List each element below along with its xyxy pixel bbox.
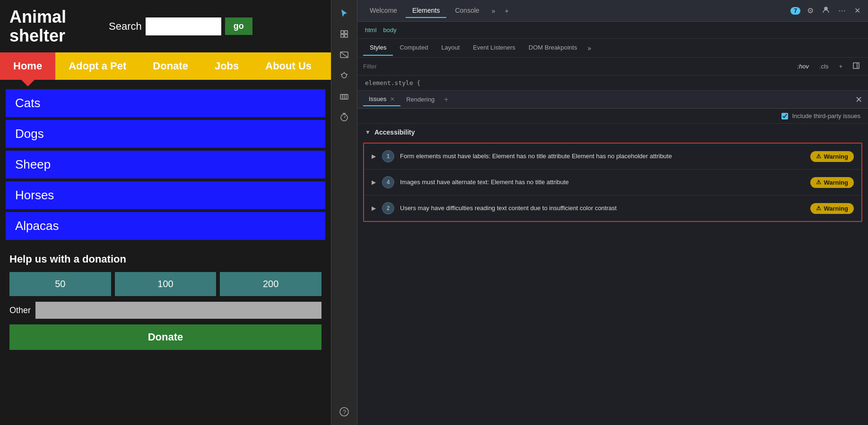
svg-point-6 bbox=[342, 73, 347, 78]
header: Animal shelter Search go bbox=[0, 0, 331, 52]
warning-icon-2: ⚠ bbox=[816, 179, 821, 186]
svg-rect-2 bbox=[341, 34, 344, 37]
dock-button[interactable] bbox=[820, 4, 832, 17]
svg-rect-1 bbox=[345, 31, 347, 34]
issue-2-count: 4 bbox=[382, 176, 394, 188]
third-party-checkbox[interactable] bbox=[781, 113, 788, 119]
warning-icon-3: ⚠ bbox=[816, 205, 821, 212]
nav-item-about[interactable]: About Us bbox=[252, 52, 325, 80]
timer-icon[interactable] bbox=[335, 108, 354, 127]
other-row: Other bbox=[9, 302, 321, 319]
bug-icon[interactable] bbox=[335, 66, 354, 85]
tab-console[interactable]: Console bbox=[448, 4, 486, 18]
rendering-tab[interactable]: Rendering bbox=[400, 93, 440, 106]
animal-list: Cats Dogs Sheep Horses Alpacas bbox=[0, 80, 331, 246]
styles-tabs-row: Styles Computed Layout Event Listeners D… bbox=[357, 39, 868, 58]
svg-text:?: ? bbox=[343, 408, 346, 416]
amount-200-button[interactable]: 200 bbox=[220, 272, 321, 296]
issues-tab[interactable]: Issues ✕ bbox=[363, 93, 400, 106]
amount-50-button[interactable]: 50 bbox=[9, 272, 111, 296]
donation-amounts: 50 100 200 bbox=[9, 272, 321, 296]
donate-button[interactable]: Donate bbox=[9, 324, 321, 350]
tab-layout[interactable]: Layout bbox=[434, 40, 466, 56]
cls-button[interactable]: .cls bbox=[816, 62, 832, 71]
issue-1-text: Form elements must have labels: Element … bbox=[400, 152, 805, 161]
issue-3-text: Users may have difficulties reading text… bbox=[400, 204, 805, 212]
html-body-row: html body bbox=[357, 22, 868, 39]
palette-icon[interactable] bbox=[335, 87, 354, 106]
nav-item-donate[interactable]: Donate bbox=[139, 52, 201, 80]
issues-tab-close[interactable]: ✕ bbox=[390, 96, 395, 102]
other-label: Other bbox=[9, 306, 31, 315]
search-input[interactable] bbox=[146, 17, 221, 35]
animal-item-sheep[interactable]: Sheep bbox=[6, 151, 325, 178]
animal-item-horses[interactable]: Horses bbox=[6, 181, 325, 209]
nav-item-jobs[interactable]: Jobs bbox=[201, 52, 252, 80]
tab-welcome[interactable]: Welcome bbox=[363, 4, 404, 18]
animal-item-alpacas[interactable]: Alpacas bbox=[6, 212, 325, 240]
tab-styles[interactable]: Styles bbox=[363, 40, 393, 56]
settings-button[interactable]: ⚙ bbox=[805, 4, 816, 17]
issues-panel-close-button[interactable]: ✕ bbox=[855, 94, 862, 105]
svg-point-21 bbox=[825, 8, 827, 9]
warning-icon-1: ⚠ bbox=[816, 153, 821, 160]
issue-row-1: ▶ 1 Form elements must have labels: Elem… bbox=[364, 144, 861, 170]
issue-3-count: 2 bbox=[382, 202, 394, 214]
go-button[interactable]: go bbox=[225, 17, 252, 35]
issues-list: ▶ 1 Form elements must have labels: Elem… bbox=[363, 143, 862, 222]
add-tab-button[interactable]: + bbox=[501, 5, 512, 17]
style-more-button[interactable]: » bbox=[584, 42, 595, 54]
svg-line-17 bbox=[344, 116, 346, 118]
tab-dom-breakpoints[interactable]: DOM Breakpoints bbox=[522, 40, 584, 56]
help-icon[interactable]: ? bbox=[335, 402, 354, 421]
donation-section: Help us with a donation 50 100 200 Other… bbox=[0, 246, 331, 357]
tab-elements[interactable]: Elements bbox=[406, 4, 446, 18]
svg-rect-3 bbox=[345, 34, 347, 37]
filter-input[interactable] bbox=[363, 63, 790, 70]
more-options-button[interactable]: ⋯ bbox=[836, 4, 848, 17]
breadcrumb-html[interactable]: html bbox=[365, 26, 377, 34]
add-issues-tab-button[interactable]: + bbox=[444, 95, 448, 104]
collapse-arrow[interactable]: ▼ bbox=[365, 129, 371, 136]
svg-rect-22 bbox=[853, 63, 859, 68]
nav-item-adopt[interactable]: Adopt a Pet bbox=[55, 52, 139, 80]
tab-event-listeners[interactable]: Event Listeners bbox=[466, 40, 522, 56]
filter-row: :hov .cls + bbox=[357, 58, 868, 76]
issue-row-2: ▶ 4 Images must have alternate text: Ele… bbox=[364, 170, 861, 196]
issue-2-warning-badge: ⚠ Warning bbox=[810, 177, 854, 188]
animal-item-cats[interactable]: Cats bbox=[6, 89, 325, 117]
issue-3-expand[interactable]: ▶ bbox=[372, 205, 376, 212]
nav-item-home[interactable]: Home bbox=[0, 52, 55, 80]
devtools-panel: Welcome Elements Console » + 7 ⚙ ⋯ ✕ htm… bbox=[357, 0, 868, 425]
issue-1-expand[interactable]: ▶ bbox=[372, 153, 376, 160]
issue-1-count: 1 bbox=[382, 150, 394, 162]
issue-2-expand[interactable]: ▶ bbox=[372, 179, 376, 186]
svg-rect-0 bbox=[341, 31, 344, 34]
tab-computed[interactable]: Computed bbox=[393, 40, 434, 56]
animal-item-dogs[interactable]: Dogs bbox=[6, 120, 325, 148]
issues-panel: Issues ✕ Rendering + ✕ Include third-par… bbox=[357, 91, 868, 425]
element-style-block: element.style { bbox=[357, 76, 868, 91]
add-style-button[interactable]: + bbox=[836, 62, 845, 71]
more-tabs-button[interactable]: » bbox=[488, 5, 499, 17]
devtools-top-bar: Welcome Elements Console » + 7 ⚙ ⋯ ✕ bbox=[357, 0, 868, 22]
donation-title: Help us with a donation bbox=[9, 253, 321, 265]
svg-line-5 bbox=[340, 52, 348, 58]
close-devtools-button[interactable]: ✕ bbox=[852, 4, 862, 17]
devtools-sidebar: ? bbox=[331, 0, 357, 425]
toggle-sidebar-button[interactable] bbox=[850, 61, 862, 71]
no-image-icon[interactable] bbox=[335, 45, 354, 64]
search-label: Search bbox=[109, 20, 142, 33]
breadcrumb-body[interactable]: body bbox=[383, 26, 397, 34]
cursor-icon[interactable] bbox=[335, 4, 354, 23]
site-title: Animal shelter bbox=[9, 8, 66, 45]
other-amount-input[interactable] bbox=[35, 302, 321, 319]
nav-bar: Home Adopt a Pet Donate Jobs About Us bbox=[0, 52, 331, 80]
amount-100-button[interactable]: 100 bbox=[115, 272, 217, 296]
issue-row-3: ▶ 2 Users may have difficulties reading … bbox=[364, 196, 861, 221]
third-party-row: Include third-party issues bbox=[357, 109, 868, 124]
hov-button[interactable]: :hov bbox=[794, 62, 812, 71]
issue-1-warning-badge: ⚠ Warning bbox=[810, 151, 854, 162]
issue-2-text: Images must have alternate text: Element… bbox=[400, 178, 805, 187]
inspect-icon[interactable] bbox=[335, 25, 354, 43]
